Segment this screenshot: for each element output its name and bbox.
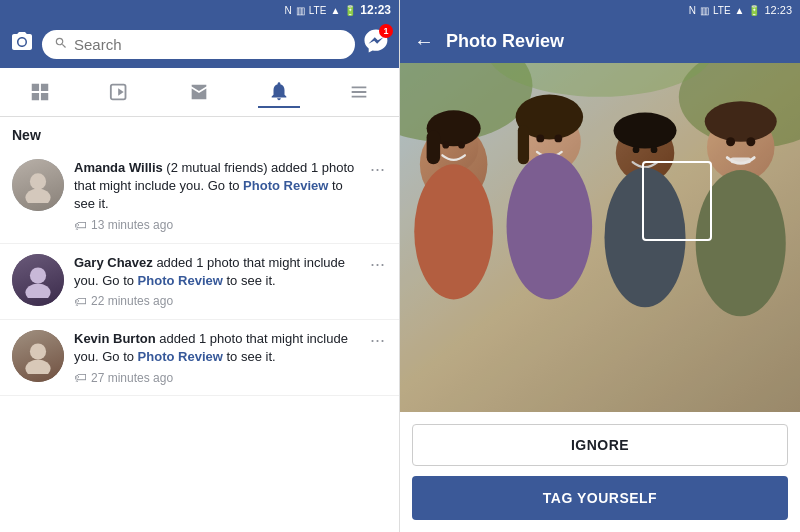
tab-notifications[interactable] — [258, 76, 300, 108]
svg-point-6 — [30, 343, 46, 359]
svg-point-5 — [25, 283, 50, 297]
notification-item[interactable]: Gary Chavez added 1 photo that might inc… — [0, 244, 399, 320]
tag-yourself-button[interactable]: TAG YOURSELF — [412, 476, 788, 520]
notif-suffix: to see it. — [226, 349, 275, 364]
left-wifi-icon: ▥ — [296, 5, 305, 16]
right-panel: N ▥ LTE ▲ 🔋 12:23 ← Photo Review — [400, 0, 800, 532]
notification-item[interactable]: Amanda Willis (2 mutual friends) added 1… — [0, 149, 399, 244]
section-label-new: New — [0, 117, 399, 149]
search-icon — [54, 36, 68, 53]
left-panel: N ▥ LTE ▲ 🔋 12:23 1 — [0, 0, 400, 532]
right-wifi-icon: ▥ — [700, 5, 709, 16]
notification-text: Gary Chavez added 1 photo that might inc… — [74, 254, 358, 290]
notif-link[interactable]: Photo Review — [138, 349, 223, 364]
svg-point-2 — [30, 173, 46, 189]
notification-content: Amanda Willis (2 mutual friends) added 1… — [74, 159, 358, 233]
time-text: 13 minutes ago — [91, 218, 173, 232]
avatar — [12, 254, 64, 306]
right-network-icon: N — [689, 5, 696, 16]
left-network-icon: N — [285, 5, 292, 16]
face-detection-box — [642, 161, 712, 241]
right-signal-icon: ▲ — [735, 5, 745, 16]
right-header: ← Photo Review — [400, 20, 800, 63]
action-buttons: IGNORE TAG YOURSELF — [400, 412, 800, 532]
messenger-badge: 1 — [379, 24, 393, 38]
svg-point-7 — [25, 360, 50, 374]
left-time: 12:23 — [360, 3, 391, 17]
photo-tag-icon: 🏷 — [74, 218, 87, 233]
notif-link[interactable]: Photo Review — [138, 273, 223, 288]
notif-link[interactable]: Photo Review — [243, 178, 328, 193]
tab-feed[interactable] — [19, 77, 61, 107]
notification-text: Amanda Willis (2 mutual friends) added 1… — [74, 159, 358, 214]
nav-tabs — [0, 68, 399, 117]
svg-point-4 — [30, 267, 46, 283]
svg-point-3 — [25, 189, 50, 203]
ignore-button[interactable]: IGNORE — [412, 424, 788, 466]
notif-name: Gary Chavez — [74, 255, 153, 270]
notif-name: Amanda Willis — [74, 160, 163, 175]
search-bar[interactable] — [42, 30, 355, 59]
notification-time: 🏷 27 minutes ago — [74, 370, 358, 385]
left-lte-label: LTE — [309, 5, 327, 16]
time-text: 27 minutes ago — [91, 371, 173, 385]
svg-marker-1 — [118, 88, 124, 95]
photo-tag-icon: 🏷 — [74, 370, 87, 385]
notification-content: Gary Chavez added 1 photo that might inc… — [74, 254, 358, 309]
left-battery-icon: 🔋 — [344, 5, 356, 16]
time-text: 22 minutes ago — [91, 294, 173, 308]
tab-menu[interactable] — [338, 77, 380, 107]
more-button[interactable]: ··· — [368, 330, 387, 351]
left-status-bar: N ▥ LTE ▲ 🔋 12:23 — [0, 0, 399, 20]
avatar — [12, 159, 64, 211]
photo-review-image — [400, 63, 800, 412]
right-status-bar: N ▥ LTE ▲ 🔋 12:23 — [400, 0, 800, 20]
notification-time: 🏷 22 minutes ago — [74, 294, 358, 309]
search-input[interactable] — [74, 36, 343, 53]
notification-content: Kevin Burton added 1 photo that might in… — [74, 330, 358, 385]
tab-marketplace[interactable] — [178, 77, 220, 107]
page-title: Photo Review — [446, 31, 564, 52]
avatar — [12, 330, 64, 382]
notification-item[interactable]: Kevin Burton added 1 photo that might in… — [0, 320, 399, 396]
group-photo-svg — [400, 63, 800, 412]
messenger-button[interactable]: 1 — [363, 28, 389, 60]
photo-tag-icon: 🏷 — [74, 294, 87, 309]
back-button[interactable]: ← — [414, 30, 434, 53]
left-signal-icon: ▲ — [330, 5, 340, 16]
more-button[interactable]: ··· — [368, 159, 387, 180]
camera-button[interactable] — [10, 30, 34, 59]
notifications-list: New Amanda Willis (2 mutual friends) add… — [0, 117, 399, 532]
more-button[interactable]: ··· — [368, 254, 387, 275]
notif-suffix: to see it. — [226, 273, 275, 288]
right-battery-icon: 🔋 — [748, 5, 760, 16]
notification-time: 🏷 13 minutes ago — [74, 218, 358, 233]
left-header: 1 — [0, 20, 399, 68]
notif-name: Kevin Burton — [74, 331, 156, 346]
photo-container — [400, 63, 800, 412]
tab-video[interactable] — [99, 77, 141, 107]
right-time: 12:23 — [764, 4, 792, 16]
svg-rect-36 — [400, 63, 800, 412]
notification-text: Kevin Burton added 1 photo that might in… — [74, 330, 358, 366]
right-lte-label: LTE — [713, 5, 731, 16]
